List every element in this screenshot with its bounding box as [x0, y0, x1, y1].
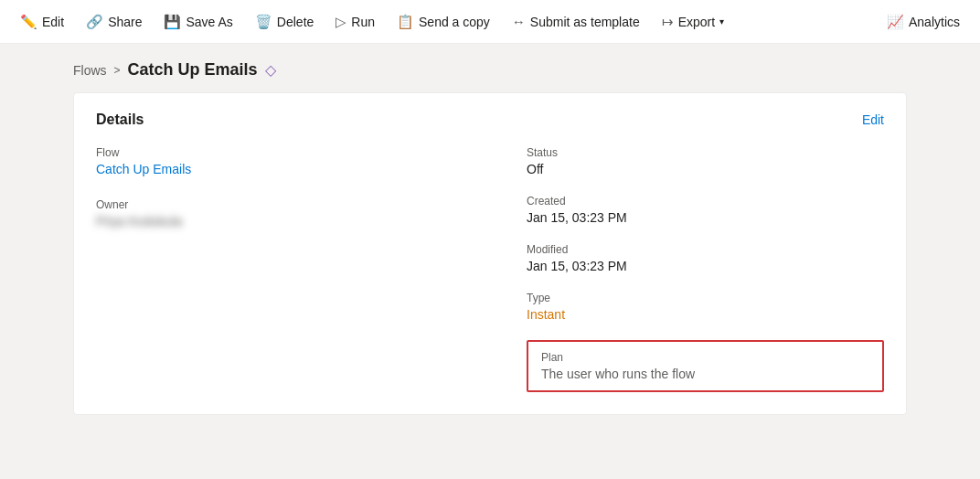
details-card: Details Edit Flow Catch Up Emails Owner …: [73, 92, 907, 415]
details-edit-link[interactable]: Edit: [862, 112, 884, 127]
submit-template-icon: ↔: [512, 14, 526, 29]
export-label: Export: [678, 15, 715, 29]
analytics-button[interactable]: 📈 Analytics: [878, 8, 969, 36]
details-section-title: Details: [96, 112, 144, 128]
send-copy-label: Send a copy: [419, 15, 490, 29]
type-field: Type Instant: [527, 292, 884, 322]
flows-breadcrumb-link[interactable]: Flows: [73, 63, 107, 78]
send-copy-icon: 📋: [397, 14, 414, 30]
export-button[interactable]: ↦ Export ▾: [653, 8, 733, 36]
send-copy-button[interactable]: 📋 Send a copy: [388, 8, 499, 36]
breadcrumb: Flows > Catch Up Emails ◇: [0, 44, 980, 92]
flow-value[interactable]: Catch Up Emails: [96, 162, 453, 176]
analytics-icon: 📈: [887, 14, 904, 30]
run-icon: ▷: [336, 14, 346, 30]
modified-field: Modified Jan 15, 03:23 PM: [527, 243, 884, 273]
breadcrumb-separator: >: [114, 64, 121, 77]
delete-button[interactable]: 🗑️ Delete: [246, 8, 323, 36]
created-value: Jan 15, 03:23 PM: [527, 210, 884, 225]
modified-value: Jan 15, 03:23 PM: [527, 259, 884, 273]
save-as-label: Save As: [186, 15, 232, 29]
submit-template-label: Submit as template: [530, 15, 640, 29]
delete-label: Delete: [277, 15, 314, 29]
analytics-label: Analytics: [909, 15, 960, 29]
created-field: Created Jan 15, 03:23 PM: [527, 195, 884, 225]
diamond-icon: ◇: [265, 61, 276, 79]
edit-button[interactable]: ✏️ Edit: [11, 8, 73, 36]
delete-icon: 🗑️: [255, 14, 272, 30]
main-content: Details Edit Flow Catch Up Emails Owner …: [0, 92, 980, 415]
status-label: Status: [527, 146, 884, 159]
save-as-icon: 💾: [164, 14, 181, 30]
share-button[interactable]: 🔗 Share: [77, 8, 151, 36]
plan-label: Plan: [541, 351, 869, 364]
status-field: Status Off: [527, 146, 884, 176]
owner-value: Priya Kodukula: [96, 214, 453, 229]
breadcrumb-current: Catch Up Emails: [128, 60, 258, 80]
owner-field: Owner Priya Kodukula: [96, 198, 453, 229]
type-value: Instant: [527, 307, 884, 322]
created-label: Created: [527, 195, 884, 208]
edit-icon: ✏️: [20, 14, 37, 30]
type-label: Type: [527, 292, 884, 304]
edit-label: Edit: [42, 15, 64, 29]
owner-label: Owner: [96, 198, 453, 211]
toolbar: ✏️ Edit 🔗 Share 💾 Save As 🗑️ Delete ▷ Ru…: [0, 0, 980, 44]
flow-label: Flow: [96, 146, 453, 159]
details-right-column: Status Off Created Jan 15, 03:23 PM Modi…: [490, 146, 884, 392]
export-chevron-icon: ▾: [719, 16, 724, 27]
plan-field: Plan The user who runs the flow: [527, 340, 884, 392]
details-body: Flow Catch Up Emails Owner Priya Kodukul…: [96, 146, 884, 392]
share-label: Share: [108, 15, 142, 29]
run-button[interactable]: ▷ Run: [326, 8, 384, 36]
flow-field: Flow Catch Up Emails: [96, 146, 453, 176]
details-left-column: Flow Catch Up Emails Owner Priya Kodukul…: [96, 146, 490, 392]
share-icon: 🔗: [86, 14, 103, 30]
status-value: Off: [527, 162, 884, 176]
save-as-button[interactable]: 💾 Save As: [154, 8, 241, 36]
modified-label: Modified: [527, 243, 884, 256]
details-header: Details Edit: [96, 112, 884, 128]
run-label: Run: [351, 15, 375, 29]
plan-value: The user who runs the flow: [541, 367, 869, 381]
submit-template-button[interactable]: ↔ Submit as template: [503, 8, 649, 35]
export-icon: ↦: [662, 14, 674, 30]
